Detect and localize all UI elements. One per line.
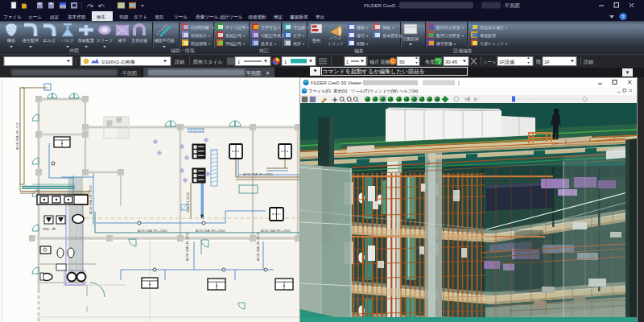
svg-text:詳細: 詳細 bbox=[175, 59, 184, 65]
svg-text:C: C bbox=[391, 59, 395, 64]
svg-text:▾: ▾ bbox=[243, 42, 245, 46]
svg-text:▾: ▾ bbox=[462, 34, 464, 38]
svg-text:ACID 25A 1FL+2550: ACID 25A 1FL+2550 bbox=[243, 172, 274, 176]
svg-text:]: ] bbox=[458, 80, 460, 85]
svg-text:▾: ▾ bbox=[247, 26, 249, 30]
svg-text:▾: ▾ bbox=[506, 26, 507, 30]
svg-text:干渉チェック: 干渉チェック bbox=[480, 41, 504, 47]
svg-text:FILDER CeeD 3D Viewer - [: FILDER CeeD 3D Viewer - [ bbox=[311, 80, 367, 85]
svg-text:支持金物: 支持金物 bbox=[131, 38, 147, 43]
svg-text:▾: ▾ bbox=[303, 42, 304, 46]
svg-text:ウィンドウ(W): ウィンドウ(W) bbox=[369, 89, 398, 93]
svg-text:表示: 表示 bbox=[316, 14, 325, 20]
svg-text:▾: ▾ bbox=[279, 26, 280, 30]
svg-text:ACID 20A 1FL-512: ACID 20A 1FL-512 bbox=[15, 122, 19, 150]
svg-text:建築躯体: 建築躯体 bbox=[289, 14, 308, 20]
svg-text:▾: ▾ bbox=[366, 26, 368, 30]
svg-text:パラメ: パラメ bbox=[328, 35, 341, 40]
svg-text:複写: 複写 bbox=[357, 33, 365, 39]
svg-text:衛生: 衛生 bbox=[96, 14, 106, 20]
svg-text:器具名: 器具名 bbox=[261, 41, 273, 46]
svg-text:配管口径変更: 配管口径変更 bbox=[436, 33, 460, 39]
svg-text:▾: ▾ bbox=[208, 42, 210, 46]
svg-text:勾配記号表示: 勾配記号表示 bbox=[261, 33, 285, 39]
svg-text:▾: ▾ bbox=[366, 42, 368, 46]
svg-text:設計ツール: 設計ツール bbox=[220, 14, 243, 20]
svg-text:距離: 距離 bbox=[381, 59, 390, 65]
svg-text:検定: 検定 bbox=[274, 14, 283, 20]
svg-text:-: - bbox=[477, 2, 478, 8]
svg-text:1F設備: 1F設備 bbox=[499, 59, 514, 65]
svg-text:ダクト: ダクト bbox=[134, 14, 147, 19]
svg-text:ACID 30A 1FL+2500: ACID 30A 1FL+2500 bbox=[138, 229, 168, 233]
svg-text:ファイル: ファイル bbox=[3, 14, 22, 19]
svg-text:文字: 文字 bbox=[293, 33, 301, 38]
svg-text:▾: ▾ bbox=[506, 42, 507, 46]
svg-text:▾: ▾ bbox=[307, 26, 308, 30]
svg-text:ACID 20A 1FL-2530: ACID 20A 1FL-2530 bbox=[89, 184, 93, 214]
svg-text:衛生配管: 衛生配管 bbox=[23, 38, 39, 43]
svg-text:スリーブ: スリーブ bbox=[97, 38, 113, 43]
svg-text:移動: 移動 bbox=[357, 25, 365, 31]
svg-text:30 45: 30 45 bbox=[445, 60, 458, 64]
svg-text:ACID 20A 1FL-2530: ACID 20A 1FL-2530 bbox=[256, 231, 260, 261]
svg-text:領域拡大: 領域拡大 bbox=[191, 33, 207, 38]
svg-text:管端記号: 管端記号 bbox=[225, 41, 242, 47]
svg-text:ファイル(F): ファイル(F) bbox=[308, 89, 331, 93]
svg-text:階: 階 bbox=[536, 59, 541, 65]
svg-text:20A 1FL-2530: 20A 1FL-2530 bbox=[186, 192, 190, 213]
svg-text:50: 50 bbox=[399, 60, 405, 64]
svg-text:▾: ▾ bbox=[243, 34, 245, 38]
svg-text:ヘルプ(H): ヘルプ(H) bbox=[399, 89, 418, 93]
svg-text:画形: 画形 bbox=[293, 41, 301, 46]
svg-text:▾: ▾ bbox=[275, 42, 276, 46]
svg-text:▾: ▾ bbox=[208, 34, 210, 38]
svg-text:ホーム: ホーム bbox=[28, 14, 42, 19]
svg-text:部品表示補正: 部品表示補正 bbox=[480, 25, 504, 31]
svg-text:伸縮: 伸縮 bbox=[382, 25, 390, 30]
svg-text:1: 1 bbox=[346, 60, 349, 64]
svg-text:便所（男: 便所（男 bbox=[43, 227, 56, 231]
svg-text:▾: ▾ bbox=[454, 42, 456, 46]
svg-text:整列: 整列 bbox=[312, 38, 320, 43]
svg-text:基本図形化: 基本図形化 bbox=[382, 33, 402, 39]
svg-text:FILDER CeeD -: FILDER CeeD - bbox=[364, 2, 398, 8]
svg-text:設定: 設定 bbox=[50, 14, 60, 20]
svg-text:図形スタイル: 図形スタイル bbox=[193, 60, 223, 65]
svg-text:空調: 空調 bbox=[119, 14, 129, 19]
svg-text:基本作図: 基本作図 bbox=[68, 14, 85, 19]
svg-text:1F: 1F bbox=[544, 60, 550, 64]
svg-text:継手: 継手 bbox=[118, 38, 126, 43]
svg-text:ツール: ツール bbox=[174, 14, 188, 19]
svg-text:▾: ▾ bbox=[392, 26, 394, 30]
svg-text:機器: 機器 bbox=[6, 38, 15, 43]
svg-text:1/100¹(1-2)画像: 1/100¹(1-2)画像 bbox=[101, 60, 135, 64]
svg-text:トリック: トリック bbox=[328, 41, 344, 46]
svg-text:継手変換: 継手変換 bbox=[436, 41, 452, 46]
svg-text:▾: ▾ bbox=[303, 34, 304, 38]
svg-text:立管寸法: 立管寸法 bbox=[261, 25, 277, 31]
svg-text:部材配置: 部材配置 bbox=[78, 38, 94, 43]
svg-text:ACID 30A 1FL+2500: ACID 30A 1FL+2500 bbox=[196, 229, 226, 233]
svg-text:削除: 削除 bbox=[357, 41, 365, 47]
svg-text:角度: 角度 bbox=[425, 59, 435, 65]
svg-text:ツール(T): ツール(T) bbox=[351, 89, 369, 93]
svg-text:寸法線: 寸法線 bbox=[293, 25, 305, 31]
svg-text:▾: ▾ bbox=[462, 26, 464, 30]
svg-text:バルブ: バルブ bbox=[60, 38, 73, 43]
svg-text:-平面図: -平面図 bbox=[503, 2, 520, 9]
svg-text:表示(V): 表示(V) bbox=[333, 89, 348, 93]
svg-text:▾: ▾ bbox=[366, 34, 368, 38]
svg-text:サイズ記号: サイズ記号 bbox=[225, 25, 246, 30]
svg-text:詳細: 詳細 bbox=[584, 59, 593, 65]
svg-text:現場連動: 現場連動 bbox=[248, 14, 266, 20]
svg-text:補正: 補正 bbox=[369, 60, 379, 65]
svg-text:画像ツール: 画像ツール bbox=[196, 14, 219, 19]
svg-text:立面追加: 立面追加 bbox=[402, 36, 419, 42]
svg-text:シート: シート bbox=[483, 60, 497, 64]
svg-text:配管向き変更: 配管向き変更 bbox=[436, 25, 460, 31]
svg-text:▾: ▾ bbox=[213, 26, 214, 30]
svg-text:ACID 20A 1FL-2530: ACID 20A 1FL-2530 bbox=[185, 231, 189, 261]
svg-text:電気: 電気 bbox=[155, 14, 164, 19]
svg-text:環境処理: 環境処理 bbox=[480, 33, 496, 39]
